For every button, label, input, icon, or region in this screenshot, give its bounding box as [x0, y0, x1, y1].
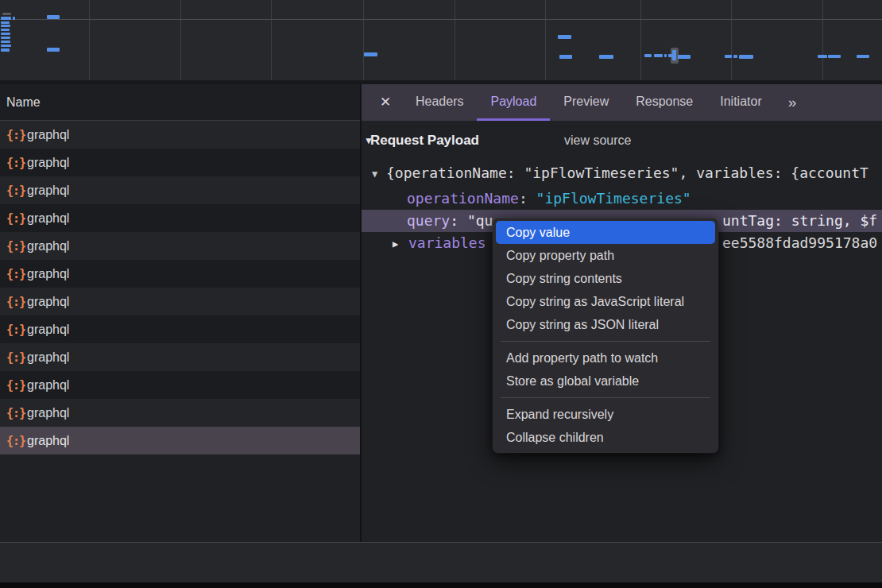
property-key: operationName	[407, 190, 519, 207]
request-timing-bar	[1, 44, 11, 47]
request-timing-bar	[664, 54, 667, 57]
network-request-row[interactable]: {:}graphql	[0, 232, 360, 260]
request-timing-bar	[364, 52, 377, 56]
tab-preview[interactable]: Preview	[550, 84, 622, 121]
menu-separator	[501, 341, 710, 342]
table-footer-divider	[0, 542, 882, 543]
timeline-gridline	[545, 0, 546, 80]
key-separator: :	[450, 212, 467, 229]
request-name-label: graphql	[27, 239, 69, 253]
request-timing-bar	[558, 35, 571, 39]
network-overview-timeline[interactable]	[0, 0, 882, 80]
json-request-icon: {:}	[6, 344, 27, 372]
network-request-row[interactable]: {:}graphql	[0, 371, 360, 399]
variables-preview-right-fragment: ee5588fdad995178a0	[722, 232, 877, 254]
payload-root-preview: {operationName: "ipFlowTimeseries", vari…	[386, 162, 868, 184]
tab-initiator[interactable]: Initiator	[706, 84, 775, 121]
request-timing-bar	[828, 55, 841, 58]
network-request-row[interactable]: {:}graphql	[0, 399, 360, 427]
json-request-icon: {:}	[6, 122, 27, 149]
json-request-icon: {:}	[6, 372, 27, 400]
request-timing-bar	[47, 48, 60, 52]
json-request-icon: {:}	[6, 233, 27, 261]
context-menu: Copy valueCopy property pathCopy string …	[493, 218, 718, 453]
disclosure-collapsed-icon[interactable]: ▶	[393, 233, 398, 255]
network-request-row[interactable]: {:}graphql	[0, 343, 360, 371]
request-timing-bar	[1, 41, 10, 43]
disclosure-expanded-icon[interactable]: ▼	[372, 163, 377, 185]
key-separator: :	[519, 190, 536, 207]
menu-separator	[501, 397, 710, 398]
network-request-row[interactable]: {:}graphql	[0, 121, 360, 149]
request-timing-bar	[644, 54, 652, 57]
request-timing-bar	[678, 55, 691, 59]
property-value-right-fragment: untTag: string, $f	[722, 210, 877, 232]
request-name-label: graphql	[27, 184, 69, 197]
request-name-label: graphql	[27, 267, 69, 280]
request-timing-bar	[2, 13, 11, 15]
network-request-row[interactable]: {:}graphql	[0, 427, 360, 455]
detail-tab-bar: ✕ HeadersPayloadPreviewResponseInitiator…	[362, 84, 882, 121]
request-rows-container: {:}graphql{:}graphql{:}graphql{:}graphql…	[0, 121, 360, 455]
request-timing-bar	[725, 55, 732, 58]
request-timing-bar	[733, 55, 737, 58]
payload-root-row[interactable]: ▼ {operationName: "ipFlowTimeseries", va…	[362, 162, 882, 184]
menu-item-expand-recursively[interactable]: Expand recursively	[493, 403, 718, 426]
json-request-icon: {:}	[6, 177, 27, 205]
request-timing-bar	[1, 29, 10, 31]
devtools-network-panel: Name {:}graphql{:}graphql{:}graphql{:}gr…	[0, 0, 882, 588]
json-request-icon: {:}	[6, 261, 27, 288]
request-timing-bar	[1, 48, 10, 52]
request-timing-bar	[1, 37, 10, 39]
menu-item-copy-string-as-json-literal[interactable]: Copy string as JSON literal	[493, 313, 718, 336]
request-timing-bar	[559, 55, 572, 59]
menu-item-store-as-global-variable[interactable]: Store as global variable	[493, 369, 718, 393]
view-source-link[interactable]: view source	[564, 133, 631, 148]
more-tabs-icon[interactable]: »	[780, 84, 803, 121]
request-name-label: graphql	[27, 128, 69, 141]
property-value-string: "ipFlowTimeseries"	[536, 190, 691, 207]
json-request-icon: {:}	[6, 427, 27, 455]
json-request-icon: {:}	[6, 205, 27, 233]
property-value-left-fragment: "qu	[467, 212, 493, 229]
request-name-label: graphql	[27, 156, 69, 169]
menu-item-copy-property-path[interactable]: Copy property path	[493, 244, 718, 267]
column-header-label: Name	[6, 95, 41, 109]
menu-item-copy-string-contents[interactable]: Copy string contents	[493, 267, 718, 290]
timeline-gridline	[455, 0, 455, 80]
close-icon[interactable]: ✕	[373, 84, 397, 121]
tab-headers[interactable]: Headers	[402, 84, 477, 121]
menu-item-copy-string-as-javascript-literal[interactable]: Copy string as JavaScript literal	[493, 290, 718, 313]
column-header-name[interactable]: Name	[0, 84, 360, 121]
menu-item-copy-value[interactable]: Copy value	[496, 221, 715, 244]
request-timing-bar	[599, 55, 613, 59]
json-request-icon: {:}	[6, 316, 27, 344]
network-request-row[interactable]: {:}graphql	[0, 204, 360, 232]
section-title: Request Payload	[370, 133, 479, 149]
detail-tabs: HeadersPayloadPreviewResponseInitiator	[402, 84, 776, 121]
status-bar-area	[0, 543, 882, 582]
timeline-gridline	[363, 0, 364, 80]
network-request-row[interactable]: {:}graphql	[0, 176, 360, 204]
timeline-gridline	[271, 0, 272, 80]
timeline-gridline	[731, 0, 732, 80]
network-request-row[interactable]: {:}graphql	[0, 315, 360, 343]
request-name-label: graphql	[27, 350, 69, 364]
tab-response[interactable]: Response	[622, 84, 706, 121]
menu-item-collapse-children[interactable]: Collapse children	[493, 426, 718, 449]
requests-table: Name {:}graphql{:}graphql{:}graphql{:}gr…	[0, 84, 360, 582]
request-name-label: graphql	[27, 378, 69, 392]
request-timing-bar	[739, 55, 753, 59]
network-request-row[interactable]: {:}graphql	[0, 288, 360, 315]
request-name-label: graphql	[27, 434, 69, 447]
timeline-row-divider	[0, 19, 882, 20]
tab-payload[interactable]: Payload	[477, 84, 550, 121]
request-timing-bar	[1, 33, 10, 35]
request-timing-bar	[1, 25, 10, 27]
network-request-row[interactable]: {:}graphql	[0, 260, 360, 288]
request-timing-bar	[672, 50, 676, 60]
payload-row-operationname[interactable]: operationName: "ipFlowTimeseries"	[362, 188, 882, 210]
menu-item-add-property-path-to-watch[interactable]: Add property path to watch	[493, 346, 718, 369]
request-timing-bar	[1, 17, 11, 20]
network-request-row[interactable]: {:}graphql	[0, 149, 360, 176]
